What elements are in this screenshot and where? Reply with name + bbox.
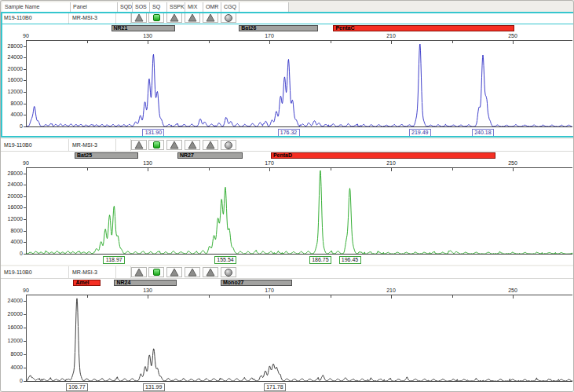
triangle-icon [170, 268, 179, 277]
marker-bar-nr24: NR24 [114, 280, 176, 286]
trace-plot[interactable] [1, 295, 574, 382]
triangle-icon [206, 268, 215, 277]
triangle-icon [170, 141, 179, 149]
allele-label-186.75[interactable]: 186.75 [309, 256, 331, 264]
allele-label-155.54[interactable]: 155.54 [214, 256, 236, 264]
allele-label-240.18[interactable]: 240.18 [472, 129, 494, 137]
quality-flag-cgq [221, 267, 236, 277]
header-col-sspk: SSPK [167, 2, 185, 12]
triangle-icon [134, 13, 144, 22]
green-square-icon [153, 141, 160, 148]
quality-flag-sq [148, 140, 164, 150]
marker-bar-nr21: NR21 [112, 25, 175, 31]
allele-label-118.97[interactable]: 118.97 [103, 256, 125, 264]
allele-label-196.45[interactable]: 196.45 [339, 256, 361, 264]
header-col-panel: Panel [71, 2, 118, 12]
sphere-icon [225, 141, 232, 149]
x-tick-label-90: 90 [14, 160, 38, 166]
quality-flag-sspk [166, 267, 182, 277]
sphere-icon [225, 14, 232, 22]
trace-path [26, 44, 572, 127]
green-square-icon [153, 269, 160, 276]
fragment-analysis-window: Sample NamePanelSQDSOSSQSSPKMIXOMRCGQ M1… [0, 0, 574, 392]
electropherogram-panel-1[interactable]: M19-110B0MR-MSI-3NR21Bat26PentaC90130170… [1, 12, 574, 137]
quality-flag-sspk [166, 140, 182, 150]
x-tick-label-90: 90 [14, 288, 38, 293]
triangle-icon [134, 268, 144, 277]
x-tick-label-170: 170 [258, 33, 281, 38]
x-tick-label-250: 250 [501, 33, 525, 38]
triangle-icon [188, 13, 197, 22]
x-tick-label-90: 90 [14, 33, 38, 38]
quality-flag-sspk [166, 13, 182, 23]
panel-name-cell: MR-MSI-3 [69, 12, 116, 24]
sample-row[interactable]: M19-110B0MR-MSI-3 [1, 139, 574, 152]
sample-row[interactable]: M19-110B0MR-MSI-3 [1, 266, 574, 279]
triangle-icon [206, 13, 215, 22]
panel-name-cell: MR-MSI-3 [69, 139, 116, 151]
x-tick-label-130: 130 [136, 288, 159, 293]
trace-path [26, 170, 572, 254]
header-col-spacer [239, 2, 289, 12]
header-col-sample-name: Sample Name [2, 2, 71, 12]
sample-name-cell: M19-110B0 [1, 139, 69, 151]
allele-label-131.90[interactable]: 131.90 [142, 129, 164, 137]
panel-name-cell: MR-MSI-3 [69, 266, 116, 278]
quality-flag-mix [185, 13, 200, 23]
row-separator [1, 24, 574, 24]
quality-flag-mix [185, 140, 200, 150]
sqd-empty-cell [116, 266, 131, 278]
table-header: Sample NamePanelSQDSOSSQSSPKMIXOMRCGQ [2, 2, 289, 12]
header-col-sqd: SQD [118, 2, 133, 12]
marker-bar-bat25: Bat25 [75, 152, 138, 159]
header-col-mix: MIX [185, 2, 203, 12]
sample-name-cell: M19-110B0 [1, 12, 69, 24]
trace-plot[interactable] [1, 41, 574, 127]
allele-label-176.32[interactable]: 176.32 [278, 129, 300, 137]
electropherogram-panel-3[interactable]: M19-110B0MR-MSI-3AmelNR24Mono27901301702… [1, 266, 574, 392]
sphere-icon [225, 269, 232, 277]
allele-label-131.99[interactable]: 131.99 [143, 383, 165, 391]
row-separator [1, 278, 574, 279]
trace-path [26, 299, 572, 382]
allele-label-171.78[interactable]: 171.78 [264, 383, 286, 391]
trace-plot[interactable] [1, 168, 574, 255]
x-tick-label-210: 210 [379, 160, 403, 166]
quality-flag-omr [203, 267, 218, 277]
triangle-icon [206, 141, 215, 149]
sqd-empty-cell [116, 12, 131, 24]
quality-flag-mix [185, 267, 200, 277]
header-col-sq: SQ [150, 2, 167, 12]
quality-flag-sos [131, 13, 147, 23]
header-col-sos: SOS [133, 2, 150, 12]
electropherogram-panel-2[interactable]: M19-110B0MR-MSI-3Bat25NR27PentaD90130170… [1, 139, 574, 265]
x-tick-label-130: 130 [136, 33, 159, 38]
quality-flag-omr [203, 13, 218, 23]
marker-bar-pentac: PentaC [333, 25, 514, 31]
row-separator [1, 151, 574, 152]
marker-bar-bat26: Bat26 [239, 25, 318, 31]
quality-flag-omr [203, 140, 218, 150]
sqd-empty-cell [116, 139, 131, 151]
green-square-icon [153, 14, 160, 21]
triangle-icon [134, 141, 144, 149]
quality-flag-sos [131, 267, 147, 277]
sample-row[interactable]: M19-110B0MR-MSI-3 [1, 12, 574, 24]
triangle-icon [188, 268, 197, 277]
x-tick-label-170: 170 [258, 288, 281, 293]
quality-flag-cgq [221, 140, 236, 150]
header-col-omr: OMR [203, 2, 221, 12]
marker-bar-pentad: PentaD [271, 152, 495, 159]
marker-bar-nr27: NR27 [177, 152, 243, 159]
marker-bar-mono27: Mono27 [221, 280, 292, 286]
quality-flag-sq [148, 13, 164, 23]
quality-flag-cgq [221, 13, 236, 23]
allele-label-219.49[interactable]: 219.49 [409, 129, 431, 137]
quality-flag-sq [148, 267, 164, 277]
sample-name-cell: M19-110B0 [1, 266, 69, 278]
x-tick-label-250: 250 [501, 160, 525, 166]
allele-label-106.77[interactable]: 106.77 [66, 383, 88, 391]
triangle-icon [170, 13, 179, 22]
header-col-cgq: CGQ [221, 2, 239, 12]
x-tick-label-210: 210 [379, 288, 403, 293]
